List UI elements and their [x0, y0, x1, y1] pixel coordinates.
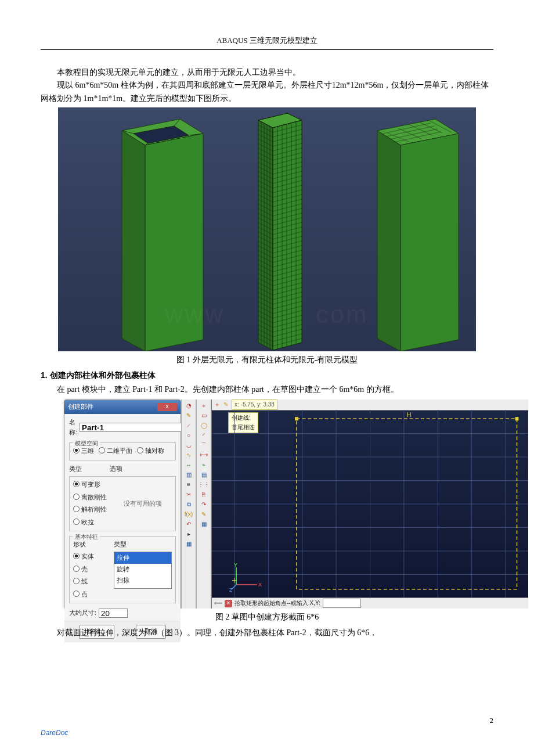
dialog-title: 创建部件 — [68, 402, 93, 412]
arc-icon[interactable]: ◡ — [183, 441, 194, 450]
fillet-icon[interactable]: ◜ — [198, 431, 210, 440]
edit-icon[interactable]: ✎ — [198, 510, 210, 519]
copy-icon[interactable]: ⎘ — [198, 490, 210, 499]
shape-type-label: 类型 — [114, 539, 172, 550]
select-icon[interactable]: ▸ — [183, 530, 194, 539]
svg-rect-147 — [515, 417, 519, 420]
cursor-coord-readout: x: -5.75, y: 3.38 — [232, 399, 277, 410]
approx-size-input[interactable] — [99, 609, 128, 618]
radio-solid[interactable]: 实体 — [73, 552, 114, 562]
hdim-icon[interactable]: ⟷ — [198, 451, 210, 460]
svg-marker-3 — [122, 131, 145, 351]
paragraph-intro-2: 现以 6m*6m*50m 柱体为例，在其四周和底部建立一层无限单元。外层柱尺寸1… — [41, 79, 493, 105]
svg-marker-9 — [273, 120, 302, 350]
sketch-toolstrip: ◔ ✎ ⟋ ○ ◡ ∿ ↔ ▥ ≡ ✂ ⧉ f(x) ↶ ▸ ▦ — [181, 399, 196, 609]
svg-marker-119 — [377, 131, 400, 351]
radio-wire[interactable]: 线 — [73, 577, 114, 587]
radio-discrete-rigid[interactable]: 离散刚性 — [73, 492, 114, 503]
base-feature-group: 基本特征 形状 类型 实体 壳 线 点 — [69, 536, 176, 603]
plus-icon[interactable]: ＋ — [198, 401, 210, 411]
paragraph-4: 对截面进行拉伸，深度为 50（图 3）。同理，创建外部包裹柱体 Part-2，截… — [41, 627, 493, 639]
ellipse-icon[interactable]: ◯ — [198, 421, 210, 430]
undo-icon[interactable]: ↶ — [183, 520, 194, 529]
tangent-icon[interactable]: ⌒ — [198, 441, 210, 450]
offset-icon[interactable]: ≡ — [183, 480, 194, 489]
options-placeholder: 没有可用的项 — [114, 480, 172, 527]
document-page: ABAQUS 三维无限元模型建立 本教程目的实现无限元单元的建立，从而用于无限元… — [0, 0, 534, 756]
section-1-heading: 1. 创建内部柱体和外部包裹柱体 — [41, 369, 493, 381]
figure-1-svg — [58, 107, 476, 351]
sketch-coord-input[interactable] — [323, 599, 361, 608]
mirror-icon[interactable]: ⧉ — [183, 500, 194, 509]
paragraph-3: 在 part 模块中，建立 Part-1 和 Part-2。先创建内部柱体 pa… — [41, 383, 493, 396]
constraint-icon[interactable]: ▥ — [183, 470, 194, 480]
circle-icon[interactable]: ○ — [183, 431, 194, 440]
radio-deformable[interactable]: 可变形 — [73, 480, 114, 490]
name-label: 名称: — [69, 417, 77, 438]
type-group: 可变形 离散刚性 解析刚性 欧拉 没有可用的项 — [69, 476, 176, 531]
clock-icon[interactable]: ◔ — [183, 401, 194, 411]
project-icon[interactable]: ▤ — [198, 470, 210, 480]
radio-shell[interactable]: 壳 — [73, 564, 114, 575]
svg-marker-118 — [400, 134, 459, 351]
save-icon[interactable]: ▦ — [198, 520, 210, 529]
part-name-input[interactable] — [80, 423, 185, 432]
close-icon[interactable]: x — [157, 403, 177, 411]
options-label: 选项 — [110, 464, 176, 474]
svg-marker-2 — [145, 134, 203, 351]
sketch-toolstrip-2: ＋ ▭ ◯ ◜ ⌒ ⟷ ⌁ ▤ ⋮⋮ ⎘ ↷ ✎ ▦ — [196, 399, 211, 609]
back-arrow-icon[interactable]: ⟸ — [214, 599, 222, 608]
shape-type-listbox[interactable]: 拉伸 旋转 扫掠 — [114, 552, 172, 589]
cancel-sketch-icon[interactable]: × — [225, 600, 232, 607]
axis-triad: Y X Z — [229, 563, 264, 595]
fx-icon[interactable]: f(x) — [183, 510, 194, 519]
sketch-canvas[interactable]: ＋✎ x: -5.75, y: 3.38 创建线: 首尾相连 — [211, 399, 528, 609]
radio-analytical-rigid[interactable]: 解析刚性 — [73, 505, 114, 515]
figure-1-render: www com — [58, 107, 476, 351]
trim-icon[interactable]: ✂ — [183, 490, 194, 499]
base-feature-label: 基本特征 — [73, 532, 100, 542]
create-part-dialog: 创建部件 x 名称: 模型空间 三维 二维平面 轴对称 — [64, 399, 181, 609]
footer-brand: DareDoc — [41, 728, 68, 739]
page-header-title: ABAQUS 三维无限元模型建立 — [41, 35, 493, 50]
paragraph-intro-1: 本教程目的实现无限元单元的建立，从而用于无限元人工边界当中。 — [41, 66, 493, 79]
pattern-icon[interactable]: ⋮⋮ — [198, 480, 210, 489]
radio-eulerian[interactable]: 欧拉 — [73, 517, 114, 528]
svg-rect-146 — [295, 417, 298, 420]
figure-1-caption: 图 1 外层无限元，有限元柱体和无限元-有限元模型 — [41, 354, 493, 366]
modeling-space-group: 模型空间 三维 二维平面 轴对称 — [69, 442, 176, 460]
rect-icon[interactable]: ▭ — [198, 411, 210, 420]
svg-text:Z: Z — [229, 587, 233, 592]
dialog-titlebar[interactable]: 创建部件 x — [64, 400, 181, 414]
approx-size-label: 大约尺寸: — [69, 608, 96, 618]
dim-icon[interactable]: ↔ — [183, 460, 194, 470]
sketch-prompt: 拾取矩形的起始角点--或输入 X,Y: — [234, 599, 320, 608]
listitem-extrude[interactable]: 拉伸 — [114, 552, 171, 564]
svg-text:X: X — [258, 582, 262, 588]
spline-icon[interactable]: ∿ — [183, 451, 194, 460]
svg-marker-10 — [258, 120, 273, 350]
sketch-topbar: ＋✎ x: -5.75, y: 3.38 — [212, 399, 528, 411]
svg-text:Y: Y — [234, 563, 237, 568]
figure-2-composite: 创建部件 x 名称: 模型空间 三维 二维平面 轴对称 — [64, 399, 528, 609]
radio-axisymmetric[interactable]: 轴对称 — [137, 446, 164, 456]
line-icon[interactable]: ✎ — [183, 411, 194, 420]
listitem-sweep[interactable]: 扫掠 — [114, 575, 171, 586]
page-number: 2 — [490, 715, 494, 727]
radio-point[interactable]: 点 — [73, 589, 114, 600]
radio-2d-planar[interactable]: 二维平面 — [99, 446, 132, 456]
polyline-icon[interactable]: ⟋ — [183, 421, 194, 430]
type-options-row: 类型 选项 — [69, 464, 176, 474]
h-constraint-label: H — [407, 411, 412, 418]
type-label: 类型 — [69, 464, 110, 474]
listitem-revolve[interactable]: 旋转 — [114, 564, 171, 575]
modeling-space-label: 模型空间 — [73, 439, 100, 448]
sketch-bottombar: ⟸ × 拾取矩形的起始角点--或输入 X,Y: — [212, 597, 528, 609]
link-icon[interactable]: ⌁ — [198, 460, 210, 470]
grid-icon[interactable]: ▦ — [183, 539, 194, 549]
redo-icon[interactable]: ↷ — [198, 500, 210, 509]
